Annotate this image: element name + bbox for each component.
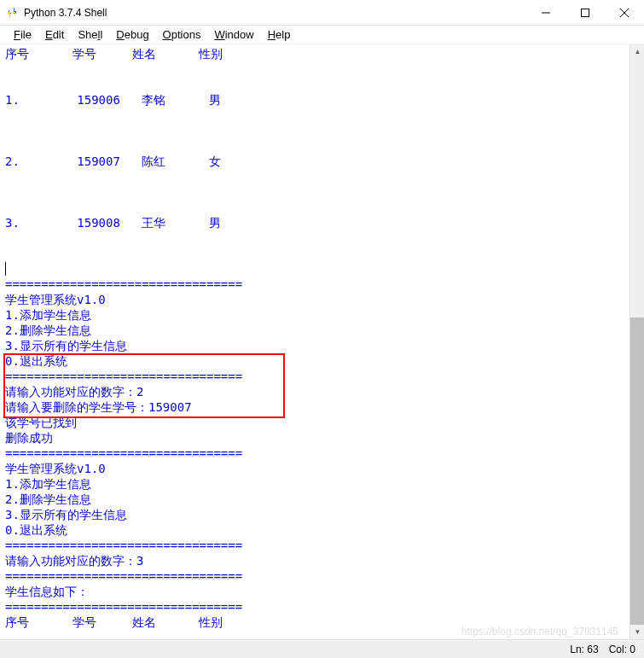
scroll-up-button[interactable]: ▲	[630, 44, 644, 59]
menu-opt0: 0.退出系统	[5, 523, 67, 537]
menu-debug[interactable]: Debug	[109, 26, 155, 43]
table-header: 序号 学号 姓名 性别	[5, 47, 223, 61]
menu-window[interactable]: Window	[207, 26, 260, 43]
prompt-line: 请输入功能对应的数字：3	[5, 554, 143, 568]
table-header: 序号 学号 姓名 性别	[5, 615, 223, 629]
menu-file[interactable]: File	[7, 26, 38, 43]
prompt-line: 该学号已找到	[5, 416, 77, 429]
menu-shell[interactable]: Shell	[71, 26, 109, 43]
scroll-down-button[interactable]: ▼	[630, 625, 644, 639]
table-row: 1. 159006 李铭 男	[5, 93, 221, 107]
scrollbar-thumb[interactable]	[630, 317, 644, 625]
table-row: 3. 159008 王华 男	[5, 216, 221, 230]
menu-title: 学生管理系统v1.0	[5, 462, 106, 475]
scrollbar-vertical[interactable]: ▲ ▼	[629, 44, 644, 639]
menu-opt2: 2.删除学生信息	[5, 492, 91, 506]
table-row: 2. 159007 陈红 女	[5, 154, 221, 168]
python-icon	[5, 6, 19, 20]
maximize-button[interactable]	[566, 0, 605, 25]
status-col: Col: 0	[604, 643, 641, 655]
shell-output[interactable]: 序号 学号 姓名 性别 1. 159006 李铭 男 2. 159007 陈红 …	[0, 44, 644, 639]
menu-opt1: 1.添加学生信息	[5, 477, 91, 491]
menu-opt3: 3.显示所有的学生信息	[5, 339, 127, 352]
divider: =================================	[5, 539, 242, 552]
menu-title: 学生管理系统v1.0	[5, 293, 106, 306]
menu-opt0: 0.退出系统	[5, 354, 67, 368]
titlebar: Python 3.7.4 Shell	[0, 0, 644, 26]
info-header: 学生信息如下：	[5, 585, 89, 598]
status-line: Ln: 63	[565, 643, 603, 655]
prompt-line: 请输入功能对应的数字：2	[5, 385, 143, 399]
content-wrapper: 序号 学号 姓名 性别 1. 159006 李铭 男 2. 159007 陈红 …	[0, 44, 644, 639]
divider: =================================	[5, 446, 242, 460]
menu-opt3: 3.显示所有的学生信息	[5, 508, 127, 521]
divider: =================================	[5, 370, 242, 383]
prompt-line: 删除成功	[5, 431, 53, 445]
menu-help[interactable]: Help	[261, 26, 298, 43]
window-controls	[526, 0, 644, 25]
menu-options[interactable]: Options	[156, 26, 208, 43]
menubar: File Edit Shell Debug Options Window Hel…	[0, 26, 644, 44]
divider: =================================	[5, 600, 242, 614]
menu-opt1: 1.添加学生信息	[5, 308, 91, 322]
menu-opt2: 2.删除学生信息	[5, 323, 91, 337]
prompt-line: 请输入要删除的学生学号：159007	[5, 400, 192, 414]
svg-rect-1	[582, 9, 589, 16]
text-cursor	[5, 262, 6, 276]
statusbar: Ln: 63 Col: 0	[0, 639, 644, 658]
close-button[interactable]	[605, 0, 644, 25]
divider: =================================	[5, 277, 242, 291]
window-title: Python 3.7.4 Shell	[24, 7, 526, 19]
divider: =================================	[5, 569, 242, 583]
minimize-button[interactable]	[526, 0, 566, 25]
menu-edit[interactable]: Edit	[38, 26, 71, 43]
